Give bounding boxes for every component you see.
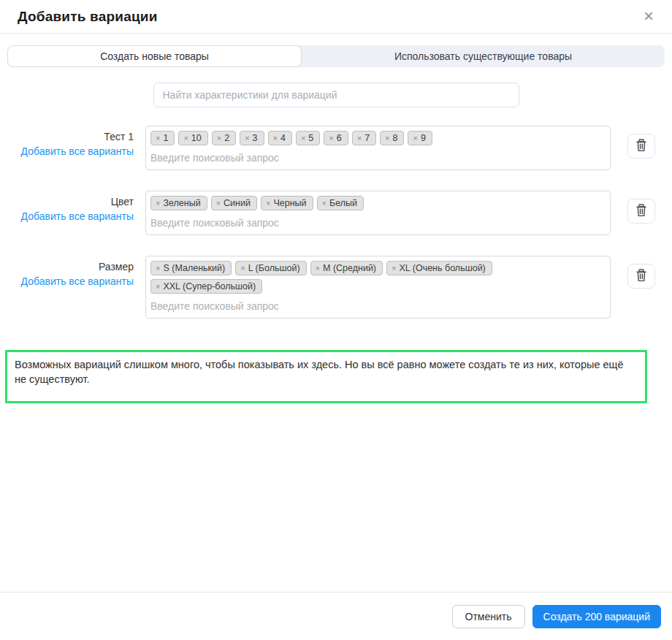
tag-remove-icon[interactable]: × bbox=[183, 134, 188, 142]
too-many-variations-notice: Возможных вариаций слишком много, чтобы … bbox=[5, 350, 647, 403]
tag-remove-icon[interactable]: × bbox=[322, 199, 327, 207]
tag[interactable]: ×4 bbox=[268, 131, 292, 145]
tag[interactable]: ×6 bbox=[324, 131, 348, 145]
tag-remove-icon[interactable]: × bbox=[301, 134, 305, 142]
tag-label: 5 bbox=[308, 133, 313, 143]
variation-row: Тест 1Добавить все варианты×1×10×2×3×4×5… bbox=[0, 126, 672, 170]
tab-bar: Создать новые товары Использовать сущест… bbox=[7, 45, 665, 67]
tag-label: L (Большой) bbox=[248, 263, 300, 273]
tag-label: 1 bbox=[163, 133, 168, 143]
tag[interactable]: ×L (Большой) bbox=[235, 261, 306, 275]
tag-remove-icon[interactable]: × bbox=[273, 134, 278, 142]
variation-row: РазмерДобавить все варианты×S (Маленький… bbox=[0, 256, 672, 319]
tags-field[interactable]: ×Зеленый×Синий×Черный×Белый bbox=[145, 191, 611, 235]
tag-search-input[interactable] bbox=[150, 299, 595, 313]
attribute-label: Размер bbox=[0, 259, 134, 274]
variation-row: ЦветДобавить все варианты×Зеленый×Синий×… bbox=[0, 191, 672, 235]
tag-remove-icon[interactable]: × bbox=[216, 199, 221, 207]
tag-label: 2 bbox=[224, 133, 229, 143]
tag-label: 9 bbox=[421, 133, 426, 143]
tab-use-existing-products[interactable]: Использовать существующие товары bbox=[302, 45, 665, 67]
content-spacer bbox=[0, 403, 672, 592]
tag-label: 4 bbox=[280, 133, 286, 143]
tag[interactable]: ×Белый bbox=[317, 196, 364, 210]
dialog-title: Добавить вариации bbox=[18, 9, 158, 25]
tag[interactable]: ×1 bbox=[150, 131, 175, 145]
add-variations-dialog: Добавить вариации × Создать новые товары… bbox=[0, 0, 672, 640]
tag-remove-icon[interactable]: × bbox=[156, 282, 160, 291]
dialog-footer: Отменить Создать 200 вариаций bbox=[0, 592, 672, 640]
tag-label: Белый bbox=[329, 198, 357, 208]
row-left-column: РазмерДобавить все варианты bbox=[0, 256, 134, 289]
tab-create-new-products[interactable]: Создать новые товары bbox=[7, 45, 302, 67]
tag[interactable]: ×8 bbox=[380, 131, 404, 145]
tag-label: 3 bbox=[253, 133, 258, 143]
tag-remove-icon[interactable]: × bbox=[217, 134, 221, 142]
tag[interactable]: ×S (Маленький) bbox=[150, 261, 232, 275]
attribute-label: Тест 1 bbox=[0, 129, 134, 144]
tag-remove-icon[interactable]: × bbox=[156, 264, 160, 273]
tag-remove-icon[interactable]: × bbox=[240, 264, 245, 273]
row-left-column: ЦветДобавить все варианты bbox=[0, 191, 134, 224]
tag-label: 7 bbox=[364, 133, 370, 143]
close-icon[interactable]: × bbox=[638, 6, 659, 26]
tag[interactable]: ×XL (Очень большой) bbox=[386, 261, 492, 275]
tag-remove-icon[interactable]: × bbox=[329, 134, 333, 142]
tag-list: ×Зеленый×Синий×Черный×Белый bbox=[150, 196, 604, 210]
tag-label: M (Средний) bbox=[323, 263, 376, 273]
tag-label: Зеленый bbox=[163, 198, 200, 208]
tag-remove-icon[interactable]: × bbox=[316, 264, 320, 273]
tag[interactable]: ×5 bbox=[296, 131, 320, 145]
tag[interactable]: ×XXL (Супер-большой) bbox=[150, 279, 262, 294]
tag-label: S (Маленький) bbox=[163, 263, 225, 273]
tag-remove-icon[interactable]: × bbox=[413, 134, 417, 142]
attribute-label: Цвет bbox=[0, 194, 134, 209]
tag[interactable]: ×7 bbox=[352, 131, 376, 145]
add-all-variants-link[interactable]: Добавить все варианты bbox=[21, 274, 134, 289]
delete-row-button[interactable] bbox=[627, 134, 655, 159]
trash-icon bbox=[635, 269, 647, 284]
tag-remove-icon[interactable]: × bbox=[357, 134, 362, 142]
tag[interactable]: ×M (Средний) bbox=[310, 261, 383, 275]
tags-field[interactable]: ×1×10×2×3×4×5×6×7×8×9 bbox=[145, 126, 611, 170]
tag-label: 10 bbox=[191, 133, 202, 143]
tag[interactable]: ×Синий bbox=[211, 196, 257, 210]
tag-search-input[interactable] bbox=[150, 151, 595, 164]
cancel-button[interactable]: Отменить bbox=[452, 605, 525, 628]
dialog-header: Добавить вариации × bbox=[0, 0, 672, 34]
characteristics-search-input[interactable] bbox=[153, 83, 519, 107]
tag-remove-icon[interactable]: × bbox=[245, 134, 249, 142]
trash-icon bbox=[635, 204, 647, 219]
tag[interactable]: ×Черный bbox=[261, 196, 313, 210]
tag-remove-icon[interactable]: × bbox=[385, 134, 389, 142]
tag[interactable]: ×9 bbox=[408, 131, 432, 145]
tag-label: 6 bbox=[337, 133, 342, 143]
tag-label: Синий bbox=[224, 198, 251, 208]
create-variations-button[interactable]: Создать 200 вариаций bbox=[532, 605, 661, 628]
trash-icon bbox=[635, 139, 647, 154]
tag[interactable]: ×2 bbox=[212, 131, 236, 145]
add-all-variants-link[interactable]: Добавить все варианты bbox=[21, 209, 134, 224]
add-all-variants-link[interactable]: Добавить все варианты bbox=[21, 144, 134, 159]
tag-search-input[interactable] bbox=[150, 216, 595, 229]
tag-remove-icon[interactable]: × bbox=[156, 199, 160, 207]
tag[interactable]: ×10 bbox=[178, 131, 207, 145]
delete-row-button[interactable] bbox=[627, 264, 655, 289]
tag[interactable]: ×3 bbox=[240, 131, 264, 145]
tag-remove-icon[interactable]: × bbox=[266, 199, 270, 207]
tag-label: XXL (Супер-большой) bbox=[163, 281, 256, 292]
tag[interactable]: ×Зеленый bbox=[150, 196, 207, 210]
tag-list: ×1×10×2×3×4×5×6×7×8×9 bbox=[150, 131, 604, 145]
row-left-column: Тест 1Добавить все варианты bbox=[0, 126, 134, 159]
tag-remove-icon[interactable]: × bbox=[156, 134, 160, 142]
tag-label: XL (Очень большой) bbox=[399, 263, 485, 273]
tags-field[interactable]: ×S (Маленький)×L (Большой)×M (Средний)×X… bbox=[145, 256, 611, 319]
tag-list: ×S (Маленький)×L (Большой)×M (Средний)×X… bbox=[150, 261, 604, 294]
search-wrap bbox=[0, 83, 672, 107]
tag-label: 8 bbox=[393, 133, 398, 143]
tag-label: Черный bbox=[273, 198, 306, 208]
tag-remove-icon[interactable]: × bbox=[392, 264, 396, 273]
delete-row-button[interactable] bbox=[627, 199, 655, 224]
variation-rows: Тест 1Добавить все варианты×1×10×2×3×4×5… bbox=[0, 126, 672, 339]
